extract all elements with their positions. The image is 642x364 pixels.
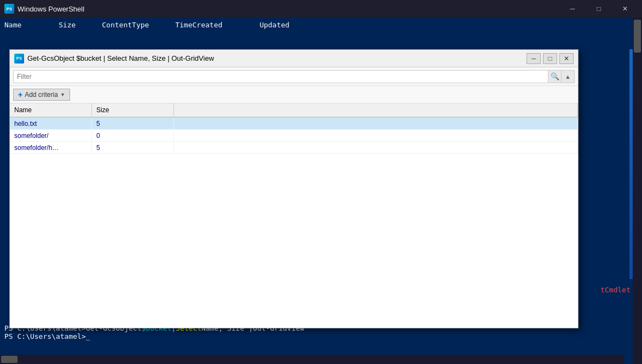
cell-size-1: 0 bbox=[92, 130, 174, 141]
chevron-up-icon[interactable]: ▲ bbox=[562, 70, 575, 83]
grid-table-header: Name Size bbox=[10, 103, 578, 118]
header-size: Size bbox=[59, 21, 76, 29]
cmd-line-2: PS C:\Users\atamel> _ bbox=[4, 332, 620, 340]
ps-titlebar: PS Windows PowerShell ─ □ ✕ bbox=[0, 0, 642, 18]
ps-titlebar-icon: PS bbox=[4, 4, 14, 14]
grid-dialog-icon: PS bbox=[14, 54, 24, 63]
ps-window-controls: ─ □ ✕ bbox=[560, 0, 638, 18]
ps-scrollbar-thumb[interactable] bbox=[634, 20, 641, 53]
col-header-rest bbox=[174, 103, 578, 117]
add-criteria-button[interactable]: + Add criteria ▼ bbox=[13, 89, 70, 101]
ps-bottom-scroll-thumb[interactable] bbox=[1, 356, 18, 363]
header-content-type: ContentType bbox=[102, 21, 149, 29]
cell-size-2: 5 bbox=[92, 142, 174, 153]
table-row[interactable]: somefolder/h… 5 bbox=[10, 142, 578, 154]
grid-filter-bar: 🔍 ▲ bbox=[10, 67, 578, 86]
grid-titlebar: PS Get-GcsObject $bucket | Select Name, … bbox=[10, 50, 578, 67]
col-header-name[interactable]: Name bbox=[10, 103, 92, 117]
cell-name-2: somefolder/h… bbox=[10, 142, 92, 153]
grid-dialog: PS Get-GcsObject $bucket | Select Name, … bbox=[9, 49, 579, 328]
cell-rest-0 bbox=[174, 118, 578, 129]
cell-name-1: somefolder/ bbox=[10, 130, 92, 141]
cell-size-0: 5 bbox=[92, 118, 174, 129]
header-name: Name bbox=[4, 21, 21, 29]
terminal-header-row: Name Size ContentType TimeCreated Update… bbox=[4, 20, 620, 30]
side-red-text: tCmdlet bbox=[598, 285, 633, 295]
plus-icon: + bbox=[18, 90, 22, 99]
header-updated: Updated bbox=[259, 21, 290, 29]
add-criteria-label: Add criteria bbox=[25, 91, 58, 99]
right-accent-bar bbox=[629, 49, 633, 279]
ps-maximize-button[interactable]: □ bbox=[586, 0, 611, 18]
grid-dialog-title: Get-GcsObject $bucket | Select Name, Siz… bbox=[27, 54, 527, 62]
cmd-prompt-2: PS C:\Users\atamel> bbox=[4, 332, 86, 340]
col-header-size[interactable]: Size bbox=[92, 103, 174, 117]
grid-minimize-button[interactable]: ─ bbox=[527, 53, 541, 64]
ps-minimize-button[interactable]: ─ bbox=[560, 0, 585, 18]
grid-close-button[interactable]: ✕ bbox=[559, 53, 574, 64]
grid-table-body: hello.txt 5 somefolder/ 0 somefolder/h… … bbox=[10, 118, 578, 328]
cell-name-0: hello.txt bbox=[10, 118, 92, 129]
grid-dialog-controls: ─ □ ✕ bbox=[527, 53, 574, 64]
ps-bottom-scrollbar[interactable] bbox=[0, 355, 624, 364]
dropdown-arrow-icon: ▼ bbox=[60, 92, 65, 97]
grid-maximize-button[interactable]: □ bbox=[543, 53, 557, 64]
cell-rest-1 bbox=[174, 130, 578, 141]
cmd-cursor: _ bbox=[86, 332, 90, 340]
search-icon[interactable]: 🔍 bbox=[548, 70, 562, 83]
table-row[interactable]: somefolder/ 0 bbox=[10, 130, 578, 142]
grid-criteria-bar: + Add criteria ▼ bbox=[10, 86, 578, 103]
powershell-window: PS Windows PowerShell ─ □ ✕ Name Size Co… bbox=[0, 0, 642, 364]
cell-rest-2 bbox=[174, 142, 578, 153]
grid-filter-input[interactable] bbox=[13, 70, 548, 83]
ps-window-title: Windows PowerShell bbox=[18, 5, 560, 13]
table-row[interactable]: hello.txt 5 bbox=[10, 118, 578, 130]
ps-close-button[interactable]: ✕ bbox=[612, 0, 638, 18]
ps-scrollbar[interactable] bbox=[633, 18, 642, 364]
header-time-created: TimeCreated bbox=[175, 21, 222, 29]
